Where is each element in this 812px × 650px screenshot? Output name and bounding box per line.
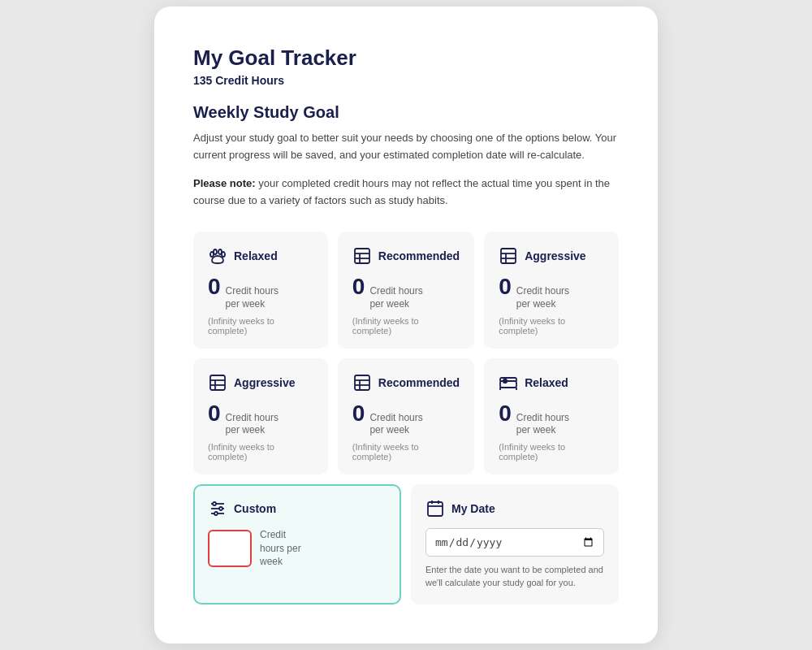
weeks-label: (Infinity weeks to complete): [208, 316, 313, 336]
sliders-icon: [208, 499, 227, 518]
svg-rect-8: [501, 249, 516, 263]
credit-row: 0 Credit hoursper week: [499, 274, 604, 310]
svg-rect-4: [355, 249, 369, 263]
option-card-relaxed-1[interactable]: Relaxed 0 Credit hoursper week (Infinity…: [193, 232, 328, 348]
custom-card[interactable]: Custom Credit hours per week: [193, 484, 401, 604]
mydate-card[interactable]: My Date Enter the date you want to be co…: [411, 484, 619, 604]
date-input[interactable]: [425, 528, 604, 557]
note-text: your completed credit hours may not refl…: [193, 177, 610, 206]
mydate-header: My Date: [425, 499, 604, 518]
weeks-label: (Infinity weeks to complete): [352, 316, 460, 336]
credit-number: 0: [499, 401, 512, 427]
credit-number: 0: [208, 274, 221, 300]
option-header: Aggressive: [208, 373, 313, 392]
bed-icon: [499, 373, 518, 392]
option-label-aggressive-2: Aggressive: [234, 376, 295, 389]
credit-row: 0 Credit hoursper week: [352, 274, 460, 310]
option-header: Aggressive: [499, 246, 604, 266]
option-header: Recommended: [352, 373, 460, 392]
credit-label: Credit hoursper week: [226, 285, 279, 310]
option-label-recommended-1: Recommended: [378, 249, 460, 262]
credit-label: Credit hoursper week: [369, 285, 422, 310]
svg-rect-30: [428, 502, 443, 516]
svg-rect-20: [500, 381, 516, 388]
option-card-aggressive-1[interactable]: Aggressive 0 Credit hoursper week (Infin…: [484, 232, 619, 348]
page-title: My Goal Tracker: [193, 46, 619, 71]
paw-icon: [208, 246, 227, 266]
option-card-relaxed-2[interactable]: Relaxed 0 Credit hoursper week (Infinity…: [484, 358, 619, 474]
svg-rect-16: [355, 375, 369, 390]
weeks-label: (Infinity weeks to complete): [499, 442, 604, 462]
credit-label: Credit hoursper week: [226, 412, 279, 437]
option-card-recommended-2[interactable]: Recommended 0 Credit hoursper week (Infi…: [338, 358, 474, 474]
option-header: Relaxed: [208, 246, 313, 266]
custom-input-label: Credit hours per week: [260, 528, 301, 569]
option-card-recommended-1[interactable]: Recommended 0 Credit hoursper week (Infi…: [338, 232, 474, 348]
book-icon: [352, 246, 372, 266]
custom-number-input[interactable]: [208, 530, 252, 567]
credit-label: Credit hoursper week: [516, 285, 569, 310]
option-card-aggressive-2[interactable]: Aggressive 0 Credit hoursper week (Infin…: [193, 358, 328, 474]
credit-number: 0: [208, 401, 221, 427]
weeks-label: (Infinity weeks to complete): [208, 442, 313, 462]
note: Please note: your completed credit hours…: [193, 176, 619, 210]
custom-header: Custom: [208, 499, 387, 518]
date-hint: Enter the date you want to be completed …: [425, 563, 604, 590]
svg-point-2: [214, 249, 217, 254]
credit-number: 0: [352, 401, 365, 427]
book-lines-icon: [499, 246, 518, 266]
book-icon-2: [208, 373, 227, 392]
option-label-aggressive-1: Aggressive: [525, 249, 585, 262]
credit-number: 0: [499, 274, 512, 300]
credit-hours: 135 Credit Hours: [193, 74, 619, 87]
book-icon-3: [352, 373, 372, 392]
svg-point-3: [218, 249, 222, 254]
custom-input-row: Credit hours per week: [208, 528, 387, 569]
credit-row: 0 Credit hoursper week: [208, 401, 313, 437]
weeks-label: (Infinity weeks to complete): [352, 442, 460, 462]
section-title: Weekly Study Goal: [193, 103, 619, 122]
credit-row: 0 Credit hoursper week: [208, 274, 313, 310]
option-header: Relaxed: [499, 373, 604, 392]
svg-point-27: [213, 502, 216, 505]
svg-point-29: [214, 512, 218, 515]
svg-point-28: [219, 507, 222, 510]
svg-rect-12: [210, 375, 225, 390]
options-grid: Relaxed 0 Credit hoursper week (Infinity…: [193, 232, 619, 474]
credit-label: Credit hoursper week: [369, 412, 422, 437]
credit-row: 0 Credit hoursper week: [352, 401, 460, 437]
description: Adjust your study goal to better suit yo…: [193, 130, 619, 164]
note-bold: Please note:: [193, 177, 256, 189]
option-header: Recommended: [352, 246, 460, 266]
calendar-icon: [425, 499, 445, 518]
bottom-row: Custom Credit hours per week My Date Ent…: [193, 484, 619, 604]
option-label-recommended-2: Recommended: [378, 376, 460, 389]
main-card: My Goal Tracker 135 Credit Hours Weekly …: [154, 6, 658, 644]
credit-row: 0 Credit hoursper week: [499, 401, 604, 437]
mydate-label: My Date: [451, 502, 495, 515]
option-label-relaxed-2: Relaxed: [525, 376, 568, 389]
custom-label: Custom: [234, 502, 276, 515]
weeks-label: (Infinity weeks to complete): [499, 316, 604, 336]
credit-label: Credit hoursper week: [516, 412, 569, 437]
option-label-relaxed-1: Relaxed: [234, 249, 278, 262]
credit-number: 0: [352, 274, 365, 300]
